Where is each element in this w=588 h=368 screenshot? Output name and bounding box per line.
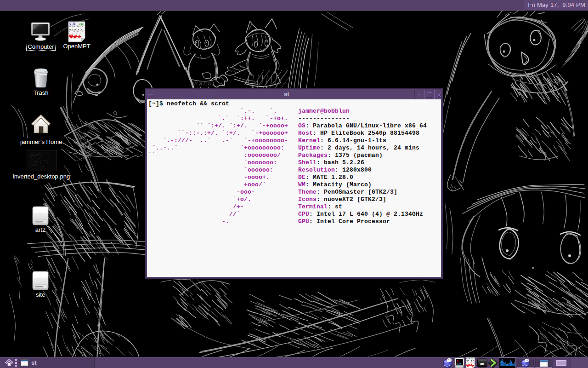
svg-text:v32: v32 [79, 23, 84, 26]
svg-text:v32: v32 [471, 358, 474, 360]
svg-text:TERM: TERM [456, 363, 461, 365]
svg-text:C-5: C-5 [69, 22, 75, 26]
svg-text:C-5: C-5 [466, 358, 470, 360]
